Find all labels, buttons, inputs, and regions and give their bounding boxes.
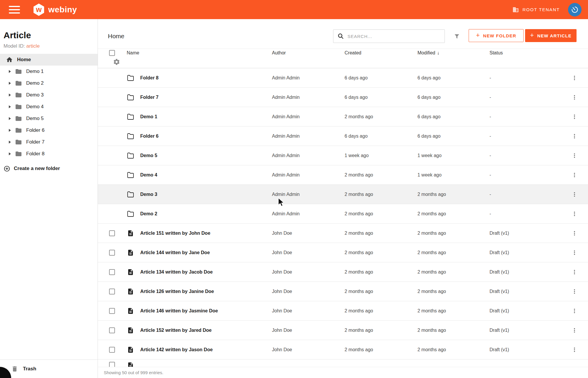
webiny-logo[interactable]: w webiny [33,3,77,16]
row-checkbox[interactable] [109,347,115,353]
row-name[interactable]: Demo 3 [140,192,272,197]
sidebar-folder-label: Folder 7 [26,139,44,145]
row-actions-kebab-icon[interactable] [572,172,581,178]
row-checkbox[interactable] [109,289,115,294]
filter-button[interactable] [452,32,462,41]
row-actions-kebab-icon[interactable] [572,133,581,139]
table-row-folder[interactable]: Folder 8 Admin Admin 6 days ago 6 days a… [98,68,588,88]
row-actions-kebab-icon[interactable] [572,269,581,275]
column-header-status[interactable]: Status [490,50,563,56]
row-checkbox[interactable] [109,250,115,256]
table-row-article[interactable]: Article 144 written by Jane Doe John Doe… [98,243,588,262]
main-header: Home + NEW FOLDER + NEW ARTICLE [98,19,588,49]
folder-outline-icon [127,113,134,120]
row-name[interactable]: Article 144 written by Jane Doe [140,250,272,255]
row-name[interactable]: Demo 1 [140,114,272,119]
row-actions-kebab-icon[interactable] [572,230,581,236]
table-row-folder[interactable]: Demo 1 Admin Admin 2 months ago 6 days a… [98,107,588,126]
column-header-author[interactable]: Author [272,50,345,56]
sidebar-folder-item[interactable]: Demo 4 [0,101,98,113]
row-name[interactable]: Article 152 written by Jared Doe [140,328,272,333]
row-name[interactable]: Demo 2 [140,211,272,217]
row-checkbox[interactable] [109,230,115,236]
sidebar-item-home[interactable]: Home [0,54,98,66]
table-row-folder[interactable]: Demo 2 Admin Admin 2 months ago 2 months… [98,204,588,224]
row-name[interactable]: Demo 4 [140,172,272,178]
sidebar-folder-label: Demo 1 [26,69,44,74]
row-checkbox[interactable] [109,327,115,333]
row-name[interactable]: Article 151 written by John Doe [140,231,272,236]
row-actions-kebab-icon[interactable] [572,327,581,333]
row-actions-kebab-icon[interactable] [572,250,581,256]
new-folder-button[interactable]: + NEW FOLDER [469,29,524,42]
chevron-right-icon[interactable] [9,70,11,73]
row-checkbox[interactable] [109,308,115,314]
sidebar-folder-item[interactable]: Folder 6 [0,124,98,136]
row-actions-kebab-icon[interactable] [572,153,581,159]
table-row-folder[interactable]: Demo 5 Admin Admin 1 week ago 1 week ago… [98,146,588,165]
search-input[interactable] [348,34,436,39]
table-row-article[interactable]: Article 151 written by John Doe John Doe… [98,224,588,243]
tenant-selector[interactable]: ROOT TENANT [512,6,560,13]
table-row-folder[interactable]: Folder 7 Admin Admin 6 days ago 6 days a… [98,88,588,107]
row-actions-kebab-icon[interactable] [572,75,581,81]
row-actions-kebab-icon[interactable] [572,94,581,100]
hamburger-menu-icon[interactable] [9,6,20,14]
row-name[interactable]: Folder 8 [140,75,272,81]
new-article-button[interactable]: + NEW ARTICLE [525,29,577,42]
table-row-article[interactable]: Article 126 written by Janine Doe John D… [98,282,588,301]
chevron-right-icon[interactable] [9,82,11,85]
column-header-modified[interactable]: Modified↓ [417,50,490,56]
row-name[interactable]: Article 126 written by Janine Doe [140,289,272,294]
row-status: - [490,95,563,100]
select-all-checkbox[interactable] [109,50,115,56]
sidebar-folder-item[interactable]: Folder 7 [0,136,98,148]
chevron-right-icon[interactable] [9,117,11,120]
sidebar: Article Model ID: article Home Demo 1 De… [0,19,98,378]
row-actions-kebab-icon[interactable] [572,347,581,353]
trash-button[interactable]: Trash [0,359,98,378]
create-folder-button[interactable]: Create a new folder [4,163,60,174]
row-modified: 2 months ago [417,250,490,255]
row-checkbox[interactable] [109,269,115,275]
table-row-folder[interactable]: Demo 4 Admin Admin 2 months ago 1 week a… [98,165,588,185]
row-actions-kebab-icon[interactable] [572,308,581,314]
sidebar-folder-item[interactable]: Demo 2 [0,77,98,89]
row-name[interactable]: Folder 7 [140,95,272,100]
column-header-created[interactable]: Created [345,50,417,56]
entries-count-text: Showing 50 out of 999 entries. [104,370,163,375]
row-actions-kebab-icon[interactable] [572,114,581,120]
user-avatar[interactable] [568,3,582,16]
table-row-article[interactable]: Article 134 written by Jacob Doe John Do… [98,262,588,282]
table-row-article[interactable]: Article 146 written by Jasmine Doe John … [98,301,588,321]
sidebar-folder-item[interactable]: Folder 8 [0,148,98,160]
sidebar-folder-item[interactable]: Demo 3 [0,89,98,101]
table-row-article[interactable]: Article 152 written by Jared Doe John Do… [98,321,588,340]
circle-plus-icon [4,165,10,172]
row-name[interactable]: Article 146 written by Jasmine Doe [140,308,272,314]
row-name[interactable]: Article 142 written by Jason Doe [140,347,272,352]
row-name[interactable]: Demo 5 [140,153,272,158]
table-row-folder[interactable]: Demo 3 Admin Admin 2 months ago 2 months… [98,185,588,204]
chevron-right-icon[interactable] [9,105,11,108]
sidebar-folder-item[interactable]: Demo 1 [0,66,98,77]
logo-letter: w [36,5,42,14]
row-name[interactable]: Article 134 written by Jacob Doe [140,269,272,275]
row-created: 2 months ago [345,269,417,275]
sidebar-folder-item[interactable]: Demo 5 [0,113,98,124]
row-actions-kebab-icon[interactable] [572,192,581,197]
row-created: 2 months ago [345,231,417,236]
chevron-right-icon[interactable] [9,152,11,155]
row-name[interactable]: Folder 6 [140,134,272,139]
table-row-folder[interactable]: Folder 6 Admin Admin 6 days ago 6 days a… [98,126,588,146]
column-header-name[interactable]: Name [121,50,272,56]
row-actions-kebab-icon[interactable] [572,211,581,217]
folder-outline-icon [127,210,134,217]
table-settings-button[interactable] [113,58,121,67]
chevron-right-icon[interactable] [9,141,11,144]
chevron-right-icon[interactable] [9,129,11,132]
model-id-value[interactable]: article [26,43,39,49]
table-row-article[interactable]: Article 142 written by Jason Doe John Do… [98,340,588,359]
row-actions-kebab-icon[interactable] [572,289,581,294]
chevron-right-icon[interactable] [9,94,11,96]
